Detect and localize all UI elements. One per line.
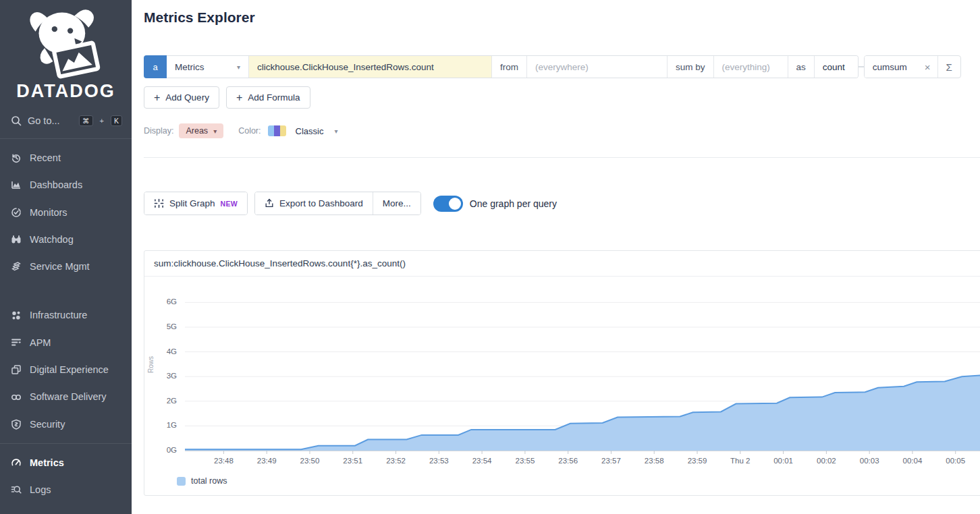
from-label: from [492,56,527,78]
datadog-wordmark: DATADOG [0,81,132,102]
toggle-knob [449,198,461,210]
service-mgmt-layers-icon [11,261,22,272]
sidebar: DATADOG Go to... ⌘ + K Recent [0,0,132,514]
sidebar-item-digital-experience[interactable]: Digital Experience [0,356,132,383]
cmd-key-badge: ⌘ [79,115,93,126]
one-graph-per-query-toggle[interactable] [433,196,463,212]
x-tick-label: 23:58 [635,457,673,465]
group-by-input[interactable]: (everything) [714,56,788,78]
area-chart-plot[interactable] [185,286,980,459]
y-tick-label: 4G [150,347,177,355]
split-graph-button[interactable]: Split Graph NEW [144,192,247,215]
page-title: Metrics Explorer [144,9,980,26]
sidebar-item-recent[interactable]: Recent [0,144,132,171]
y-tick-label: 0G [150,446,177,454]
display-type-dropdown[interactable]: Areas ▾ [179,123,223,138]
color-palette-swatch[interactable] [268,125,286,136]
as-count-dropdown[interactable]: count [815,56,858,78]
nav-group-products: Infrastructure APM Digital Experience So… [0,296,132,442]
sidebar-item-label: Watchdog [30,233,74,246]
search-icon [11,115,22,126]
chart-body: Rows 0G1G2G3G4G5G6G23:4823:4923:5023:512… [144,277,980,476]
chart-legend: total rows [144,476,980,495]
plus-icon: + [236,92,242,104]
sidebar-item-label: Infrastructure [30,308,87,322]
remove-function-icon[interactable]: × [918,56,938,78]
x-tick-label: 23:55 [506,457,544,465]
x-tick-label: 00:01 [765,457,802,465]
app-window: DATADOG Go to... ⌘ + K Recent [0,0,980,514]
goto-label: Go to... [28,115,60,126]
sidebar-item-logs[interactable]: Logs [0,476,132,503]
export-more-group: Export to Dashboard More... [254,192,421,215]
display-label: Display: [144,126,173,136]
apm-flamegraph-icon [11,337,22,348]
x-tick-label: Thu 2 [722,457,759,465]
split-graph-icon [154,198,164,208]
sidebar-item-monitors[interactable]: Monitors [0,199,132,226]
chevron-down-icon: ▾ [334,127,337,135]
split-graph-group: Split Graph NEW [144,192,248,215]
chart-card: sum:clickhouse.ClickHouse_InsertedRows.c… [144,250,980,496]
sidebar-item-label: Recent [30,151,61,165]
chevron-down-icon: ▾ [213,127,217,135]
goto-search[interactable]: Go to... ⌘ + K [0,102,132,138]
sigma-function-icon[interactable]: Σ [938,56,960,78]
export-icon [265,198,274,208]
x-tick-label: 23:51 [334,457,372,465]
add-formula-button[interactable]: + Add Formula [226,86,310,109]
graph-toolbar: Split Graph NEW Export to Dashboard More… [144,192,980,215]
query-builder-section: a Metrics ▾ clickhouse.ClickHouse_Insert… [144,55,980,158]
sidebar-item-metrics[interactable]: Metrics [0,449,132,476]
software-delivery-link-icon [11,392,22,403]
x-tick-label: 23:48 [205,457,242,465]
sidebar-item-label: Monitors [30,206,67,219]
x-tick-label: 23:57 [592,457,630,465]
from-scope-input[interactable]: (everywhere) [527,56,668,78]
sidebar-item-apm[interactable]: APM [0,329,132,356]
legend-label[interactable]: total rows [191,476,227,486]
x-tick-label: 23:56 [549,457,587,465]
x-tick-label: 23:50 [291,457,329,465]
y-axis-title: Rows [147,356,155,373]
y-tick-label: 6G [150,297,177,306]
x-tick-label: 00:03 [850,457,888,465]
digital-experience-windows-icon [11,364,22,375]
sidebar-item-label: Service Mgmt [30,260,90,273]
plus-icon: + [154,92,160,104]
datadog-logo[interactable]: DATADOG [0,0,132,102]
x-tick-label: 23:54 [463,457,501,465]
display-options-row: Display: Areas ▾ Color: Classic ▾ [144,123,968,138]
watchdog-binoculars-icon [11,234,22,245]
history-clock-icon [11,152,22,163]
cumsum-function[interactable]: cumsum [865,56,918,78]
sidebar-item-service-mgmt[interactable]: Service Mgmt [0,253,132,280]
x-tick-label: 23:49 [248,457,285,465]
more-button[interactable]: More... [373,192,420,215]
color-scheme-value[interactable]: Classic [296,126,324,136]
split-graph-label: Split Graph [169,198,215,208]
sidebar-item-dashboards[interactable]: Dashboards [0,171,132,198]
metrics-source-dropdown[interactable]: Metrics ▾ [167,56,249,78]
query-segment-group: Metrics ▾ clickhouse.ClickHouse_Inserted… [167,55,859,78]
as-label: as [788,56,815,78]
add-formula-label: Add Formula [248,92,300,103]
datadog-dog-icon [24,7,108,80]
sidebar-item-label: Software Delivery [30,390,107,403]
sidebar-item-security[interactable]: Security [0,411,132,438]
sidebar-item-label: Logs [30,483,51,496]
plus-separator: + [100,117,104,125]
dashboards-chart-icon [11,179,22,190]
metric-name-input[interactable]: clickhouse.ClickHouse_InsertedRows.count [249,56,492,78]
sidebar-item-label: Security [30,418,65,431]
legend-swatch[interactable] [177,477,186,486]
infrastructure-cluster-icon [11,310,22,321]
sidebar-item-software-delivery[interactable]: Software Delivery [0,383,132,410]
query-row-a: a Metrics ▾ clickhouse.ClickHouse_Insert… [144,55,968,78]
nav-group-telemetry: Metrics Logs [0,444,132,509]
chart-title: sum:clickhouse.ClickHouse_InsertedRows.c… [144,251,980,277]
add-query-button[interactable]: + Add Query [144,86,219,109]
sidebar-item-infrastructure[interactable]: Infrastructure [0,302,132,329]
sidebar-item-watchdog[interactable]: Watchdog [0,226,132,253]
export-to-dashboard-button[interactable]: Export to Dashboard [255,192,373,215]
